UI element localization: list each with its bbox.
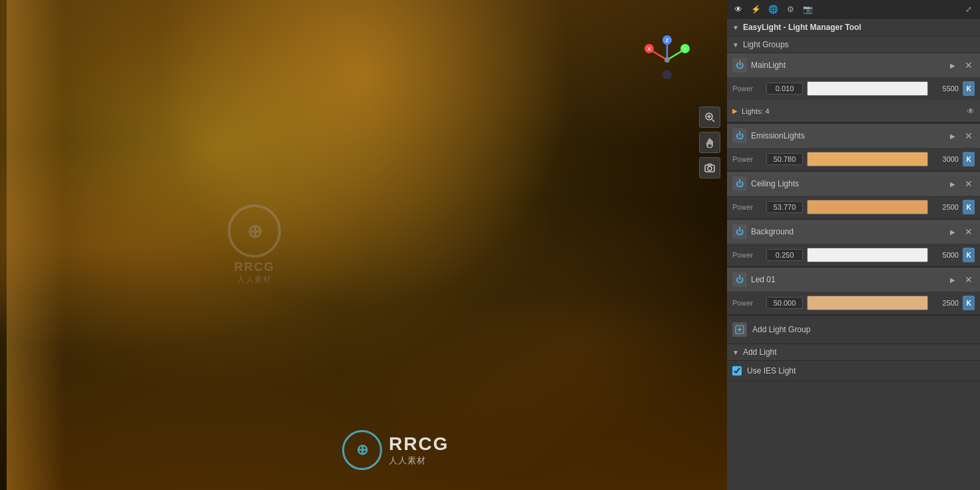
led01-kelvin: 2500 xyxy=(932,299,959,307)
background-k-btn[interactable]: K xyxy=(963,248,975,262)
zoom-tool[interactable] xyxy=(699,107,720,128)
add-light-label: Add Light xyxy=(743,348,777,357)
mainlight-delete-btn[interactable]: ✕ xyxy=(963,59,975,71)
toolbar-camera-icon[interactable]: 📷 xyxy=(800,2,815,17)
mainlight-kelvin: 5500 xyxy=(932,85,959,93)
light-group-background: ⏻ Background ▶ ✕ Power 0.250 5000 K xyxy=(727,220,980,268)
svg-point-16 xyxy=(708,166,712,170)
led01-header: ⏻ Led 01 ▶ ✕ xyxy=(727,268,980,292)
watermark-logo: ⊕ xyxy=(228,204,281,258)
bottom-watermark: ⊕ RRCG 人人素材 xyxy=(342,430,449,470)
background-power-value[interactable]: 0.250 xyxy=(766,249,803,261)
led01-delete-btn[interactable]: ✕ xyxy=(963,274,975,286)
light-group-ceilinglights: ⏻ Ceiling Lights ▶ ✕ Power 53.770 2500 K xyxy=(727,172,980,220)
led01-power-value[interactable]: 50.000 xyxy=(766,297,803,309)
lights-count-arrow: ▶ xyxy=(732,107,738,115)
right-panel: 👁 ⚡ 🌐 ⚙ 📷 ⤢ ▼ EasyLight - Light Manager … xyxy=(727,0,980,490)
ceilinglights-expand-btn[interactable]: ▶ xyxy=(947,178,959,190)
use-ies-row: Use IES Light xyxy=(727,361,980,381)
camera-tool[interactable] xyxy=(699,157,720,178)
background-power-btn[interactable]: ⏻ xyxy=(732,224,747,239)
ceilinglights-header: ⏻ Ceiling Lights ▶ ✕ xyxy=(727,172,980,196)
background-delete-btn[interactable]: ✕ xyxy=(963,226,975,238)
svg-text:X: X xyxy=(647,46,651,52)
emissionlights-power-label: Power xyxy=(732,155,762,163)
background-color-swatch[interactable] xyxy=(807,248,928,262)
panel-collapse-arrow[interactable]: ▼ xyxy=(732,24,739,31)
ceilinglights-color-swatch[interactable] xyxy=(807,200,928,214)
light-groups-section-header[interactable]: ▼ Light Groups xyxy=(727,37,980,53)
toolbar-settings-icon[interactable]: ⚙ xyxy=(783,2,798,17)
svg-text:Z: Z xyxy=(666,37,669,43)
svg-text:Y: Y xyxy=(683,46,687,52)
toolbar-bolt-icon[interactable]: ⚡ xyxy=(748,2,763,17)
emissionlights-k-btn[interactable]: K xyxy=(963,152,975,166)
svg-line-6 xyxy=(650,50,667,60)
emissionlights-header: ⏻ EmissionLights ▶ ✕ xyxy=(727,124,980,148)
emissionlights-power-btn[interactable]: ⏻ xyxy=(732,128,747,143)
viewport-toolbar xyxy=(699,107,720,178)
emissionlights-power-value[interactable]: 50.780 xyxy=(766,153,803,165)
ceilinglights-power-label: Power xyxy=(732,203,762,211)
svg-line-3 xyxy=(667,50,684,60)
lights-eye-icon[interactable]: 👁 xyxy=(967,107,975,116)
emissionlights-delete-btn[interactable]: ✕ xyxy=(963,130,975,142)
add-light-arrow: ▼ xyxy=(732,349,739,356)
led01-color-swatch[interactable] xyxy=(807,296,928,310)
background-kelvin: 5000 xyxy=(932,251,959,259)
svg-point-10 xyxy=(662,70,672,79)
background-expand-btn[interactable]: ▶ xyxy=(947,226,959,238)
led01-k-btn[interactable]: K xyxy=(963,296,975,310)
ceilinglights-power-btn[interactable]: ⏻ xyxy=(732,176,747,191)
led01-power-btn[interactable]: ⏻ xyxy=(732,272,747,287)
ceilinglights-k-btn[interactable]: K xyxy=(963,200,975,214)
watermark-text: RRCG xyxy=(234,260,275,274)
light-group-mainlight: ⏻ MainLight ▶ ✕ Power 0.010 5500 K ▶ Lig… xyxy=(727,53,980,124)
add-light-group-label: Add Light Group xyxy=(752,325,810,334)
use-ies-label: Use IES Light xyxy=(747,366,796,375)
room-scene xyxy=(0,0,727,490)
background-name: Background xyxy=(751,227,943,236)
light-group-emissionlights: ⏻ EmissionLights ▶ ✕ Power 50.780 3000 K xyxy=(727,124,980,172)
mainlight-power-label: Power xyxy=(732,85,762,93)
toolbar-expand-icon[interactable]: ⤢ xyxy=(961,2,976,17)
led01-expand-btn[interactable]: ▶ xyxy=(947,274,959,286)
hand-tool[interactable] xyxy=(699,132,720,153)
use-ies-checkbox[interactable] xyxy=(732,366,742,375)
svg-line-12 xyxy=(712,119,714,122)
ceilinglights-body: Power 53.770 2500 K xyxy=(727,196,980,218)
bw-text: RRCG xyxy=(389,433,449,455)
emissionlights-name: EmissionLights xyxy=(751,131,943,140)
mainlight-power-btn[interactable]: ⏻ xyxy=(732,58,747,73)
mainlight-color-swatch[interactable] xyxy=(807,81,928,96)
add-light-group-button[interactable]: Add Light Group xyxy=(727,316,980,344)
mainlight-header: ⏻ MainLight ▶ ✕ xyxy=(727,53,980,77)
emissionlights-kelvin: 3000 xyxy=(932,155,959,163)
watermark: ⊕ RRCG 人人素材 xyxy=(228,204,281,286)
ceilinglights-delete-btn[interactable]: ✕ xyxy=(963,178,975,190)
light-groups-arrow: ▼ xyxy=(732,41,739,49)
panel-top-toolbar: 👁 ⚡ 🌐 ⚙ 📷 ⤢ xyxy=(727,0,980,19)
ceilinglights-kelvin: 2500 xyxy=(932,203,959,211)
watermark-sub: 人人素材 xyxy=(237,274,272,286)
mainlight-power-value[interactable]: 0.010 xyxy=(766,83,803,95)
add-light-section-header[interactable]: ▼ Add Light xyxy=(727,344,980,361)
mainlight-name: MainLight xyxy=(751,61,943,70)
mainlight-k-btn[interactable]: K xyxy=(963,81,975,96)
viewport: ⊕ RRCG 人人素材 Z Y X xyxy=(0,0,727,490)
lights-count-text: Lights: 4 xyxy=(742,107,967,115)
toolbar-globe-icon[interactable]: 🌐 xyxy=(766,2,780,17)
ceilinglights-power-value[interactable]: 53.770 xyxy=(766,201,803,213)
emissionlights-expand-btn[interactable]: ▶ xyxy=(947,130,959,142)
toolbar-eye-icon[interactable]: 👁 xyxy=(731,2,746,17)
mainlight-expand-btn[interactable]: ▶ xyxy=(947,59,959,71)
svg-point-9 xyxy=(664,57,670,63)
panel-header: ▼ EasyLight - Light Manager Tool xyxy=(727,19,980,37)
add-light-group-icon xyxy=(732,322,747,337)
ceilinglights-name: Ceiling Lights xyxy=(751,179,943,188)
emissionlights-color-swatch[interactable] xyxy=(807,152,928,166)
panel-title: EasyLight - Light Manager Tool xyxy=(743,23,861,32)
light-group-led01: ⏻ Led 01 ▶ ✕ Power 50.000 2500 K xyxy=(727,268,980,316)
mainlight-body: Power 0.010 5500 K xyxy=(727,77,980,100)
led01-power-label: Power xyxy=(732,299,762,307)
